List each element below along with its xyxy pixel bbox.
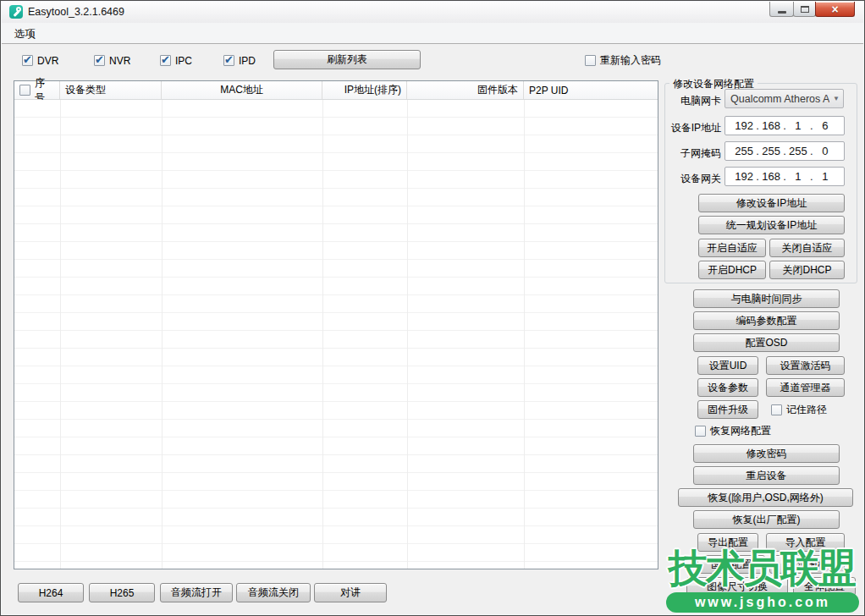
checkbox-restore-network[interactable]: ✔ 恢复网络配置 xyxy=(695,425,771,437)
restore-factory-button[interactable]: 恢复(出厂配置) xyxy=(693,510,840,529)
dhcp-on-button[interactable]: 开启DHCP xyxy=(698,261,766,279)
plan-device-ip-button[interactable]: 统一规划设备IP地址 xyxy=(698,216,845,234)
h265-button[interactable]: H265 xyxy=(89,583,155,602)
channel-manager-button[interactable]: 通道管理器 xyxy=(766,378,845,397)
check-icon: ✔ xyxy=(161,53,170,66)
close-button[interactable]: × xyxy=(815,2,855,17)
column-header-device-type[interactable]: 设备类型 xyxy=(60,81,162,99)
app-icon xyxy=(9,5,23,19)
device-table-header: ✔ 序号 设备类型 MAC地址 IP地址(排序) 固件版本 P2P UID xyxy=(14,81,658,100)
device-ip-label: 设备IP地址 xyxy=(665,121,721,135)
maximize-icon xyxy=(801,6,809,13)
gateway-label: 设备网关 xyxy=(665,172,721,186)
nic-value: Qualcomm Atheros AR xyxy=(730,93,829,105)
watermark-url-pill: www.jsgho.com xyxy=(666,592,859,613)
watermark-logo-text: 技术员联盟 xyxy=(662,547,862,590)
checkbox-dvr[interactable]: ✔ DVR xyxy=(22,54,58,67)
device-table: ✔ 序号 设备类型 MAC地址 IP地址(排序) 固件版本 P2P UID xyxy=(14,80,658,569)
checkbox-dvr-label: DVR xyxy=(37,55,58,67)
window-controls: × xyxy=(770,2,855,17)
watermark-url: www.jsgho.com xyxy=(695,595,830,610)
device-params-button[interactable]: 设备参数 xyxy=(697,378,758,397)
nic-select[interactable]: Qualcomm Atheros AR ▼ xyxy=(725,89,844,108)
checkbox-ipd[interactable]: ✔ IPD xyxy=(223,54,256,67)
set-uid-button[interactable]: 设置UID xyxy=(697,356,758,375)
close-icon: × xyxy=(831,3,838,16)
checkbox-remember-path[interactable]: ✔ 记住路径 xyxy=(771,404,827,416)
checkbox-ipc-label: IPC xyxy=(175,55,192,67)
grid-line xyxy=(407,100,408,569)
menu-item-options[interactable]: 选项 xyxy=(8,25,41,43)
encode-config-button[interactable]: 编码参数配置 xyxy=(693,311,840,330)
checkbox-reenter-password[interactable]: ✔ 重新输入密码 xyxy=(585,54,661,67)
reenter-password-label: 重新输入密码 xyxy=(600,53,661,68)
column-header-index[interactable]: ✔ 序号 xyxy=(14,81,60,99)
osd-config-button[interactable]: 配置OSD xyxy=(693,333,840,352)
maximize-button[interactable] xyxy=(793,2,816,17)
set-activation-button[interactable]: 设置激活码 xyxy=(766,356,845,375)
grid-line xyxy=(60,100,61,569)
talk-button[interactable]: 对讲 xyxy=(314,583,387,602)
checkbox-nvr-label: NVR xyxy=(109,55,130,67)
firmware-upgrade-button[interactable]: 固件升级 xyxy=(697,400,758,419)
select-all-checkbox[interactable]: ✔ xyxy=(19,85,30,96)
modify-device-ip-button[interactable]: 修改设备IP地址 xyxy=(698,194,845,212)
remember-path-label: 记住路径 xyxy=(786,403,827,417)
minimize-icon xyxy=(778,11,786,14)
audio-stream-open-button[interactable]: 音频流打开 xyxy=(160,583,233,602)
dhcp-off-button[interactable]: 关闭DHCP xyxy=(769,261,845,279)
device-ip-input[interactable]: 192. 168. 1. 6 xyxy=(725,116,845,135)
network-config-group: 修改设备网络配置 电脑网卡 Qualcomm Atheros AR ▼ 设备IP… xyxy=(664,83,857,283)
refresh-list-button[interactable]: 刷新列表 xyxy=(273,50,421,69)
restore-except-button[interactable]: 恢复(除用户,OSD,网络外) xyxy=(678,488,853,507)
reboot-device-button[interactable]: 重启设备 xyxy=(693,466,840,485)
sync-time-button[interactable]: 与电脑时间同步 xyxy=(693,289,840,308)
h264-button[interactable]: H264 xyxy=(18,583,84,602)
audio-stream-close-button[interactable]: 音频流关闭 xyxy=(236,583,311,602)
check-icon: ✔ xyxy=(95,53,104,66)
minimize-button[interactable] xyxy=(769,2,794,17)
check-icon: ✔ xyxy=(23,53,32,66)
title-bar[interactable]: Easytool_3.2.1.6469 × xyxy=(2,2,863,23)
gateway-input[interactable]: 192. 168. 1. 1 xyxy=(725,167,845,186)
checkbox-ipc[interactable]: ✔ IPC xyxy=(160,54,192,67)
subnet-mask-label: 子网掩码 xyxy=(665,146,721,161)
restore-network-label: 恢复网络配置 xyxy=(710,424,771,438)
grid-line xyxy=(162,100,163,569)
window-title: Easytool_3.2.1.6469 xyxy=(28,6,124,18)
column-header-firmware[interactable]: 固件版本 xyxy=(407,81,524,99)
grid-line xyxy=(322,100,323,569)
change-password-button[interactable]: 修改密码 xyxy=(693,444,840,463)
adaptive-on-button[interactable]: 开启自适应 xyxy=(698,239,766,257)
checkbox-ipd-label: IPD xyxy=(239,55,256,67)
adaptive-off-button[interactable]: 关闭自适应 xyxy=(769,239,845,257)
device-table-body xyxy=(14,100,658,569)
nic-label: 电脑网卡 xyxy=(665,94,721,108)
chevron-down-icon[interactable]: ▼ xyxy=(829,90,843,107)
subnet-mask-input[interactable]: 255. 255. 255. 0 xyxy=(725,141,845,161)
grid-line xyxy=(524,100,525,569)
column-header-ip[interactable]: IP地址(排序) xyxy=(322,81,407,99)
app-window: Easytool_3.2.1.6469 × 选项 ✔ DVR ✔ NVR ✔ I… xyxy=(0,0,865,616)
menu-bar: 选项 xyxy=(2,23,863,44)
column-header-mac[interactable]: MAC地址 xyxy=(162,81,322,99)
column-header-p2p-uid[interactable]: P2P UID xyxy=(524,81,659,99)
check-icon: ✔ xyxy=(224,53,234,66)
checkbox-nvr[interactable]: ✔ NVR xyxy=(94,54,130,67)
